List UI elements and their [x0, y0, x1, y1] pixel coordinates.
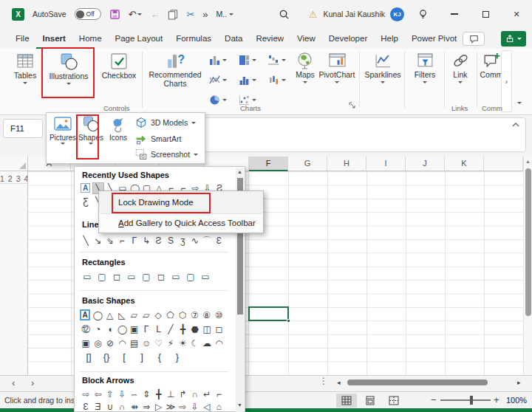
shape-item[interactable]: ⑩ [213, 309, 225, 321]
shape-item[interactable]: [] [80, 351, 98, 363]
shape-item[interactable]: ▢ [95, 271, 109, 283]
shape-item[interactable]: ] [133, 351, 151, 363]
shape-item[interactable]: S [165, 235, 177, 247]
shape-item[interactable]: L [152, 323, 164, 335]
shape-item[interactable]: ▤ [129, 337, 140, 349]
shape-item[interactable]: ↱ [177, 388, 188, 400]
comments-toolbar-button[interactable] [463, 32, 485, 46]
shape-item[interactable]: ◻ [213, 323, 225, 335]
horizontal-scroll-thumb[interactable] [347, 380, 488, 385]
shape-item[interactable]: ↘ [92, 235, 103, 247]
shape-item[interactable]: ◯ [116, 323, 128, 335]
shape-item[interactable]: ∪ [104, 401, 116, 412]
shape-item[interactable]: ⚡ [165, 337, 177, 349]
shape-item[interactable]: ⌐ [213, 388, 225, 400]
shapes-button[interactable]: Shapes [78, 115, 104, 162]
shape-item[interactable]: ☺ [140, 337, 152, 349]
shape-item[interactable]: ◺ [116, 309, 128, 321]
comments-button[interactable]: Comm [479, 52, 504, 79]
shape-item[interactable]: A [81, 183, 90, 193]
shape-item[interactable]: ⬠ [164, 309, 176, 321]
shape-item[interactable]: { [151, 351, 168, 363]
shape-item[interactable]: ▭ [80, 271, 95, 283]
shape-item[interactable]: ◖ [104, 323, 116, 335]
gallery-scroll-down-icon[interactable]: ▼ [236, 402, 244, 408]
shape-item[interactable]: ◇ [152, 309, 164, 321]
scroll-right-icon[interactable]: ▸ [517, 379, 521, 386]
selected-cell-F11[interactable] [248, 306, 289, 321]
column-header[interactable] [484, 157, 523, 171]
row-header[interactable]: 4 [24, 174, 28, 184]
illustrations-button[interactable]: Illustrations [44, 52, 93, 85]
shape-item[interactable]: ╋ [177, 323, 188, 335]
shape-item[interactable]: ⌒ [201, 235, 213, 247]
shape-item[interactable]: ▣ [80, 337, 92, 349]
column-header-selected[interactable]: F [249, 157, 288, 171]
vertical-scroll-thumb[interactable] [525, 168, 531, 316]
shape-item[interactable]: ⑧ [201, 309, 213, 321]
pivotchart-button[interactable]: PivotChart [318, 52, 356, 83]
shape-item[interactable]: ▭ [198, 271, 213, 283]
ribbon-tab[interactable]: Developer [322, 30, 374, 49]
scroll-left-icon[interactable]: ◂ [337, 379, 341, 386]
view-page-layout-button[interactable] [360, 394, 381, 408]
ribbon-tab[interactable]: View [290, 30, 322, 49]
shape-item[interactable]: ▣ [129, 323, 140, 335]
insert-column-chart-button[interactable] [209, 55, 227, 66]
shape-item[interactable]: ◠ [116, 337, 128, 349]
shape-item[interactable]: △ [103, 309, 115, 321]
shape-item[interactable]: ⇦ [92, 388, 103, 400]
filters-button[interactable]: Filters [408, 52, 442, 83]
zoom-in-button[interactable]: + [494, 394, 499, 405]
shape-item[interactable]: ◎ [92, 337, 103, 349]
ribbon-tab[interactable]: File [9, 30, 36, 49]
shape-item[interactable]: ⇨ [80, 388, 92, 400]
shape-item[interactable]: ⊥ [165, 388, 177, 400]
collapse-ribbon-icon[interactable] [517, 102, 522, 104]
autosave-toggle[interactable]: Off [75, 8, 101, 20]
pictures-button[interactable]: Pictures [50, 115, 76, 162]
fill-handle[interactable] [287, 319, 290, 323]
maximize-button[interactable] [470, 0, 501, 28]
copy-icon[interactable] [168, 9, 178, 20]
shape-item[interactable]: ʒ [177, 235, 188, 247]
sparklines-button[interactable]: Sparklines [364, 52, 402, 83]
shape-item[interactable]: } [168, 351, 186, 363]
shape-item[interactable]: ▭ [168, 271, 183, 283]
ribbon-tab[interactable]: Home [72, 30, 109, 49]
ribbon-tab[interactable]: Formulas [169, 30, 218, 49]
shape-item[interactable]: [ [115, 351, 133, 363]
undo-button[interactable]: ↶ [129, 10, 143, 19]
shape-item[interactable]: ⇕ [140, 388, 152, 400]
shape-item[interactable]: Ƹ [80, 196, 92, 207]
shape-item[interactable]: ⬣ [189, 323, 201, 335]
shape-item[interactable]: ▭ [124, 271, 139, 283]
insert-line-chart-button[interactable] [209, 75, 227, 86]
shape-item[interactable]: ☀ [177, 337, 188, 349]
icons-button[interactable]: Icons [105, 115, 132, 162]
insert-histogram-chart-button[interactable] [239, 75, 256, 86]
shape-item[interactable]: ⇩ [189, 401, 201, 412]
shape-item[interactable]: ⑫ [80, 323, 92, 335]
tables-button[interactable]: Tables [7, 52, 43, 84]
shape-item[interactable]: ⇔ [129, 388, 140, 400]
zoom-slider-knob[interactable] [470, 396, 473, 405]
shape-item[interactable]: ⌐ [116, 235, 128, 247]
ribbon-tab[interactable]: Insert [36, 30, 72, 49]
vertical-scrollbar[interactable]: ▲ [523, 157, 532, 375]
link-button[interactable]: Link [446, 52, 474, 83]
insert-hierarchy-chart-button[interactable] [239, 55, 256, 66]
shape-item[interactable]: A [80, 309, 90, 320]
ribbon-overflow[interactable]: › [501, 50, 512, 112]
shape-item[interactable]: ╲ [80, 235, 92, 247]
charts-dialog-launcher[interactable] [349, 102, 355, 109]
maps-button[interactable]: Maps [293, 52, 318, 83]
avatar[interactable]: KJ [390, 7, 404, 21]
ribbon-tab[interactable]: Review [249, 30, 290, 49]
smartart-button[interactable]: SmartArt [135, 133, 181, 145]
shape-item[interactable]: ⇨ [177, 401, 188, 412]
shape-item[interactable]: ☁ [201, 337, 213, 349]
shape-item[interactable]: ◻ [109, 271, 124, 283]
column-header[interactable]: G [288, 157, 327, 171]
shape-item[interactable]: ♡ [152, 337, 164, 349]
